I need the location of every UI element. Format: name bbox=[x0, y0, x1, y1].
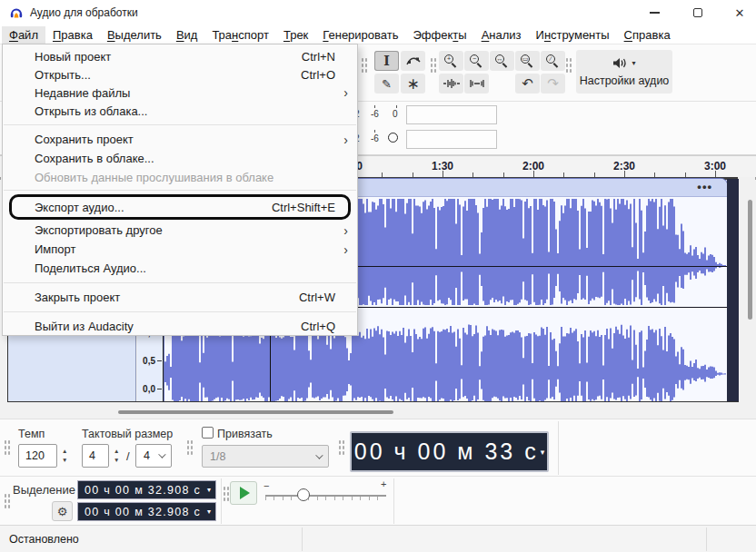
selection-end-field[interactable]: 00 ч 00 м 32.908 с▾ bbox=[77, 502, 216, 521]
menubar-item-Эффекты[interactable]: Эффекты bbox=[406, 26, 474, 44]
maximize-button[interactable] bbox=[680, 0, 716, 25]
zoom-in-button[interactable]: + bbox=[439, 51, 463, 71]
meter-scale-label: -6 bbox=[371, 133, 379, 143]
close-icon: ✕ bbox=[735, 6, 745, 20]
file-menu-item-Открыть из облака...[interactable]: Открыть из облака... bbox=[3, 102, 357, 120]
zoom-out-button[interactable]: − bbox=[464, 51, 489, 71]
menubar-item-Трек[interactable]: Трек bbox=[276, 26, 315, 44]
menubar-item-Выделить[interactable]: Выделить bbox=[100, 26, 169, 44]
playback-meter-bar[interactable] bbox=[406, 130, 497, 149]
file-menu-item-Недавние файлы[interactable]: Недавние файлы› bbox=[3, 84, 357, 102]
file-menu-item-Поделиться Аудио...[interactable]: Поделиться Аудио... bbox=[3, 259, 357, 278]
envelope-icon bbox=[406, 55, 421, 66]
file-menu-item-Импорт[interactable]: Импорт› bbox=[3, 240, 357, 259]
time-display-grip[interactable] bbox=[338, 439, 345, 456]
waveform-channel-2 bbox=[165, 325, 725, 401]
horizontal-scrollbar[interactable] bbox=[118, 410, 393, 414]
tools-toolbar-grip[interactable] bbox=[361, 57, 368, 74]
menu-item-shortcut: Ctrl+O bbox=[301, 68, 335, 82]
play-icon bbox=[240, 487, 250, 499]
recording-meter-bar[interactable] bbox=[406, 105, 497, 124]
submenu-arrow-icon: › bbox=[341, 223, 348, 238]
tempo-label: Темп bbox=[18, 428, 45, 440]
tempo-spinner[interactable]: ▲▼ bbox=[62, 448, 67, 463]
multi-tool-button[interactable]: ∗ bbox=[401, 74, 425, 94]
time-signature-slash: / bbox=[126, 449, 130, 463]
submenu-arrow-icon: › bbox=[341, 85, 348, 100]
caret-down-icon[interactable]: ▾ bbox=[207, 508, 211, 516]
speed-slider-thumb[interactable] bbox=[297, 488, 310, 501]
undo-button[interactable]: ↶ bbox=[515, 74, 540, 94]
selection-toolbar-dock: Выделение ⚙ 00 ч 00 м 32.908 с▾ 00 ч 00 … bbox=[0, 476, 756, 525]
zoom-project-icon: ▭ bbox=[521, 54, 534, 68]
meter-scale-label: 0 bbox=[393, 109, 398, 119]
time-signature-grip[interactable] bbox=[4, 439, 11, 456]
zoom-toggle-button[interactable]: ∕ bbox=[541, 51, 565, 71]
time-signature-lower-select[interactable]: 4 bbox=[135, 444, 172, 468]
zoom-selection-button[interactable]: ↔ bbox=[490, 51, 514, 71]
time-signature-upper-input[interactable]: 4 bbox=[82, 444, 109, 468]
track-empty-region bbox=[727, 179, 739, 402]
menubar-item-Транспорт[interactable]: Транспорт bbox=[204, 26, 276, 44]
selection-settings-button[interactable]: ⚙ bbox=[52, 501, 73, 521]
snapping-grip[interactable] bbox=[186, 439, 194, 456]
tempo-input[interactable]: 120 bbox=[18, 444, 57, 468]
dock1-separator bbox=[558, 421, 559, 475]
time-format-caret-icon[interactable]: ▾ bbox=[541, 448, 545, 457]
pencil-icon: ✎ bbox=[382, 77, 392, 91]
file-menu-item-Новый проект[interactable]: Новый проектCtrl+N bbox=[3, 47, 357, 65]
clip-overflow-menu-icon[interactable]: ••• bbox=[697, 180, 712, 193]
audio-setup-label: Настройки аудио bbox=[576, 74, 672, 87]
snap-checkbox[interactable] bbox=[202, 427, 214, 439]
audio-position-display[interactable]: 00 ч 00 м 33 с▾ bbox=[350, 431, 549, 472]
trim-audio-icon bbox=[443, 78, 460, 89]
file-menu-item-Экспортировать другое[interactable]: Экспортировать другое› bbox=[3, 221, 357, 240]
menubar-item-Анализ[interactable]: Анализ bbox=[474, 26, 529, 44]
redo-button[interactable]: ↷ bbox=[541, 74, 565, 94]
vertical-ruler-tick bbox=[157, 389, 162, 389]
file-menu-item-Закрыть проект[interactable]: Закрыть проектCtrl+W bbox=[3, 288, 357, 307]
trim-outside-selection-button[interactable] bbox=[439, 74, 463, 94]
silence-selection-button[interactable] bbox=[464, 74, 489, 94]
play-at-speed-button[interactable] bbox=[230, 481, 257, 505]
caret-down-icon[interactable]: ▾ bbox=[207, 486, 211, 494]
minimize-button[interactable] bbox=[636, 0, 672, 25]
audio-setup-caret-icon: ▾ bbox=[632, 59, 635, 67]
file-menu-item-Открыть...[interactable]: Открыть...Ctrl+O bbox=[3, 65, 357, 84]
timeline-tick bbox=[443, 171, 443, 177]
zoom-project-button[interactable]: ▭ bbox=[515, 51, 540, 71]
time-signature-spinner[interactable]: ▲▼ bbox=[114, 448, 119, 463]
menubar-item-Генерировать[interactable]: Генерировать bbox=[315, 26, 405, 44]
file-menu-item-Сохранить проект[interactable]: Сохранить проект› bbox=[3, 130, 357, 149]
time-signature-label: Тактовый размер bbox=[82, 428, 173, 440]
vertical-scrollbar[interactable] bbox=[748, 200, 752, 320]
audacity-logo-icon bbox=[9, 5, 24, 20]
vertical-ruler-label: 0,5 bbox=[143, 356, 155, 366]
edit-toolbar-grip[interactable] bbox=[430, 57, 437, 74]
draw-tool-button[interactable]: ✎ bbox=[374, 74, 399, 94]
menubar-item-Инструменты[interactable]: Инструменты bbox=[529, 26, 617, 44]
menu-item-label: Экспортировать другое bbox=[35, 223, 341, 237]
selection-toolbar-grip[interactable] bbox=[4, 493, 11, 509]
file-menu-item-Сохранить в облаке...[interactable]: Сохранить в облаке... bbox=[3, 149, 357, 168]
speed-plus-label: + bbox=[381, 478, 386, 489]
file-menu-item-Выйти из Audacity[interactable]: Выйти из AudacityCtrl+Q bbox=[3, 317, 357, 336]
audio-setup-grip[interactable] bbox=[565, 57, 572, 74]
file-menu-item-Экспорт аудио...[interactable]: Экспорт аудио...Ctrl+Shift+E bbox=[3, 193, 357, 221]
selection-tool-button[interactable]: I bbox=[374, 51, 399, 71]
play-at-speed-grip[interactable] bbox=[223, 486, 230, 502]
menubar-item-Правка[interactable]: Правка bbox=[45, 26, 100, 44]
menu-item-shortcut: Ctrl+Q bbox=[301, 320, 335, 333]
menubar-item-Вид[interactable]: Вид bbox=[169, 26, 205, 44]
menu-item-shortcut: Ctrl+W bbox=[299, 291, 335, 304]
meter-scale-label: -6 bbox=[371, 109, 379, 119]
envelope-tool-button[interactable] bbox=[401, 51, 425, 71]
selection-start-field[interactable]: 00 ч 00 м 32.908 с▾ bbox=[77, 480, 216, 499]
menubar-item-Справка[interactable]: Справка bbox=[617, 26, 678, 44]
menu-item-shortcut: Ctrl+N bbox=[302, 50, 335, 64]
audio-setup-button[interactable]: ▾ Настройки аудио bbox=[576, 50, 672, 94]
snap-interval-select[interactable]: 1/8 bbox=[202, 445, 329, 468]
close-button[interactable]: ✕ bbox=[721, 0, 756, 25]
menubar-item-Файл[interactable]: Файл bbox=[2, 26, 45, 44]
file-menu-dropdown: Новый проектCtrl+NОткрыть...Ctrl+OНедавн… bbox=[2, 44, 358, 336]
